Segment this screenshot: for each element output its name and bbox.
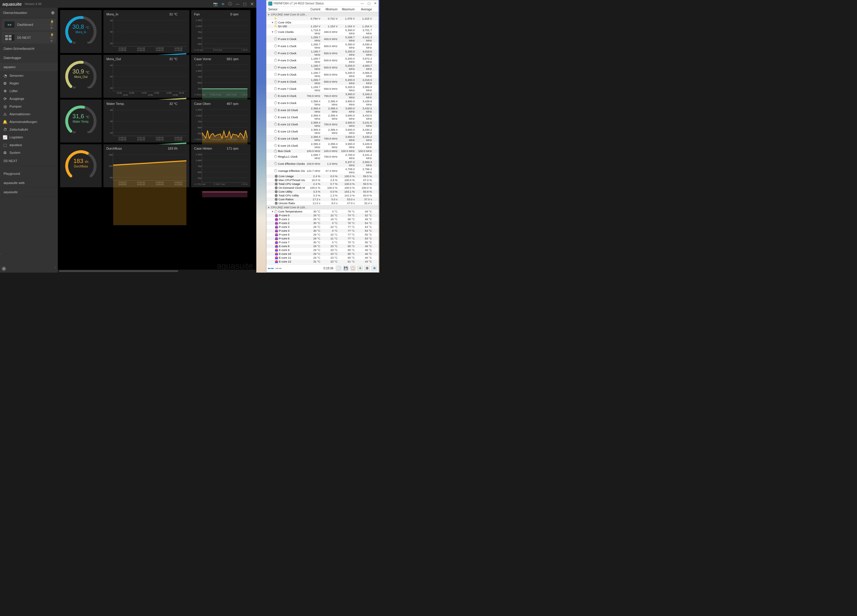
sensor-subgroup[interactable]: ▾Core Temperatures30 °C0 °C79 °C49 °C (266, 209, 378, 214)
sidebar-nav-sensoren[interactable]: ◔Sensoren (0, 72, 58, 79)
sensor-row[interactable]: P-core 730 °C0 °C79 °C55 °C (266, 240, 378, 244)
sidebar-nav-system[interactable]: ⚙System (0, 149, 58, 156)
sensor-row[interactable]: P-core 529 °C22 °C77 °C55 °C (266, 232, 378, 237)
clock-icon[interactable]: 🕐 (336, 265, 342, 271)
sensor-row[interactable]: P-core 1 Clock1,299.7 MHz599.9 MHz5,300.… (266, 42, 378, 50)
sidebar-nav-logdaten[interactable]: 📈Logdaten (0, 133, 58, 141)
sensor-row[interactable]: E-core 10 Clock2,399.4 MHz2,399.4 MHz3,9… (266, 106, 378, 113)
maximize-icon[interactable]: ▢ (367, 2, 370, 5)
titlebar[interactable]: aquasuite Version X.44 📷 ≋ ⓘ — ▢ ✕ (0, 0, 256, 8)
lock-icon[interactable]: 🔒 (50, 33, 54, 36)
gauge-value: 31,6 °C (63, 113, 99, 120)
sensor-subgroup[interactable]: ▾Core Clocks1,718.3 MHz499.9 MHz5,300.0 … (266, 28, 378, 35)
sensor-row[interactable]: SA VID1.154 V1.154 V1.154 V1.154 V (266, 24, 378, 28)
sensor-row[interactable]: P-core 7 Clock1,199.7 MHz599.9 MHz5,200.… (266, 85, 378, 92)
hw-column-header[interactable]: Sensor Current Minimum Maximum Average (266, 7, 378, 12)
horizontal-scrollbar[interactable] (58, 269, 256, 272)
sensor-row[interactable]: Max CPU/Thread Usage16.0 %2.5 %100.0 %67… (266, 178, 378, 182)
sensor-row[interactable]: Core Ratios17.2 x5.0 x53.0 x37.0 x (266, 197, 378, 201)
sensor-row[interactable]: P-core 3 Clock1,199.7 MHz599.9 MHz5,200.… (266, 57, 378, 64)
sidebar-nav-ausgänge[interactable]: ⟳Ausgänge (0, 95, 58, 102)
sensor-row[interactable]: P-core 6 Clock1,299.7 MHz599.9 MHz5,200.… (266, 78, 378, 85)
close-icon[interactable]: ✕ (250, 1, 254, 7)
minimize-icon[interactable]: — (235, 2, 240, 6)
sensor-row[interactable]: E-core 14 Clock2,399.4 MHz799.8 MHz3,900… (266, 135, 378, 142)
sidebar-aquaweb[interactable]: aquasuite web (0, 178, 58, 187)
sidebar-nav-aquabus[interactable]: ⬚aquabus (0, 141, 58, 149)
sensor-row[interactable]: E-core 1129 °C23 °C65 °C46 °C (266, 256, 378, 260)
sidebar-playground[interactable]: Playground (0, 169, 58, 178)
camera-icon[interactable]: 📷 (213, 2, 218, 6)
sidebar-nav-regler[interactable]: ⚙Regler (0, 79, 58, 87)
sensor-row[interactable]: P-core 230 °C0 °C76 °C54 °C (266, 221, 378, 225)
sidebar-nav-zeitschaltuhr[interactable]: ⏱Zeitschaltuhr (0, 125, 58, 133)
nav-back-icon[interactable]: ⬅⬅ (268, 265, 274, 271)
sidebar-datalogger[interactable]: Datenlogger (0, 53, 58, 62)
sensor-row[interactable]: E-core 12 Clock2,399.4 MHz799.8 MHz3,900… (266, 121, 378, 128)
sensor-row[interactable]: E-core 15 Clock2,399.4 MHz2,399.4 MHz3,9… (266, 142, 378, 149)
sidebar-nav-lüfter[interactable]: ✲Lüfter (0, 87, 58, 95)
sensor-row[interactable]: P-core 4 Clock1,199.7 MHz599.9 MHz5,200.… (266, 64, 378, 71)
sensor-row[interactable]: Total CPU Usage2.4 %0.7 %100.0 %59.5 % (266, 182, 378, 186)
sensor-row[interactable]: E-core 829 °C23 °C65 °C46 °C (266, 244, 378, 248)
layers-icon[interactable]: ≋ (221, 2, 224, 6)
sidebar-nav-alarmaktionen[interactable]: ⚠Alarmaktionen (0, 110, 58, 118)
info-icon[interactable]: ⓘ (228, 1, 232, 6)
sensor-row[interactable]: P-core 430 °C0 °C77 °C53 °C (266, 229, 378, 232)
add-icon[interactable]: ✚ (357, 265, 363, 271)
sensor-row[interactable]: Core Effective Clocks109.8 MHz1.3 MHz5,2… (266, 160, 378, 167)
minimize-icon[interactable]: — (360, 2, 364, 5)
settings-icon[interactable]: ⚙ (364, 265, 370, 271)
gear-icon[interactable]: ⚙ (50, 26, 54, 29)
sensor-group[interactable]: CPU [#0]: Intel Core i9-129... (266, 205, 378, 209)
sensor-row[interactable]: Average Effective Clock124.7 MHz47.4 MHz… (266, 167, 378, 174)
sidebar-quickview[interactable]: Daten-Schnellansicht (0, 44, 58, 53)
close-icon[interactable]: ✕ (374, 2, 377, 5)
gear-icon[interactable]: ⚙ (50, 39, 54, 42)
sensor-row[interactable]: 0.794 V0.721 V1.479 V1.215 V (266, 17, 378, 20)
sensor-row[interactable]: Core Usage2.4 %0.0 %100.0 %59.5 % (266, 174, 378, 178)
sensor-row[interactable]: P-core 628 °C21 °C77 °C53 °C (266, 237, 378, 240)
sidebar-item-dashboard[interactable]: ◉◉ Dashboard 🔒🖵⚙ (2, 19, 56, 31)
sensor-row[interactable]: E-core 9 Clock2,399.4 MHz2,399.4 MHz3,90… (266, 99, 378, 106)
sidebar-nav-alarmeinstellungen[interactable]: 🔔Alarmeinstellungen (0, 118, 58, 125)
maximize-icon[interactable]: ▢ (243, 2, 246, 6)
sidebar-aquasuite[interactable]: aquasuite (0, 187, 58, 197)
sensor-row[interactable]: P-core 029 °C22 °C74 °C52 °C (266, 214, 378, 217)
sensor-row[interactable]: P-core 0 Clock1,299.7 MHz499.9 MHz5,298.… (266, 35, 378, 42)
sensor-row[interactable]: Total CPU Utility3.3 %1.3 %141.3 %83.8 % (266, 193, 378, 197)
monitor-icon[interactable]: 🖵 (50, 23, 54, 26)
save-icon[interactable]: 💾 (343, 265, 349, 271)
sensor-row[interactable]: E-core 929 °C23 °C65 °C46 °C (266, 248, 378, 252)
sensor-row[interactable]: E-core 13 Clock2,399.4 MHz2,399.4 MHz3,9… (266, 128, 378, 135)
sidebar-nav-pumpen[interactable]: ◎Pumpen (0, 102, 58, 110)
sensor-row[interactable]: P-core 5 Clock1,199.7 MHz599.9 MHz5,200.… (266, 71, 378, 78)
sensor-row[interactable]: P-core 329 °C22 °C77 °C54 °C (266, 225, 378, 229)
sensor-row[interactable]: E-core 11 Clock2,399.4 MHz2,399.4 MHz3,9… (266, 113, 378, 121)
sidebar-d5next-device[interactable]: D5 NEXT (0, 156, 58, 166)
close-icon[interactable]: ✖ (371, 265, 377, 271)
sidebar-item-d5next[interactable]: D5 NEXT 🔒🖵⚙ (2, 32, 56, 43)
hw-titlebar[interactable]: HWiNFO64 v7.14-4610 Sensor Status — ▢ ✕ (266, 0, 378, 7)
sensor-row[interactable]: E-core 1029 °C23 °C65 °C46 °C (266, 252, 378, 256)
monitor-icon[interactable]: 🖵 (50, 36, 54, 39)
sidebar-aquaero[interactable]: aquaero (0, 62, 58, 72)
nav-fwd-icon[interactable]: ➡➡ (275, 265, 282, 271)
sensor-row[interactable]: Core Utility3.3 %0.0 %163.1 %83.8 % (266, 190, 378, 193)
lock-icon[interactable]: 🔒 (50, 20, 54, 23)
sensor-row[interactable]: E-core 1231 °C22 °C61 °C44 °C (266, 260, 378, 263)
sensor-subgroup[interactable]: ▾Core VIDs (266, 20, 378, 24)
sensor-row[interactable]: E-core 8 Clock799.8 MHz799.8 MHz3,900.0 … (266, 92, 378, 99)
add-icon[interactable]: ⊕ (51, 10, 55, 15)
sensor-row[interactable]: Bus Clock100.0 MHz100.0 MHz100.0 MHz100.… (266, 149, 378, 153)
sensor-row[interactable]: Ring/LLC Clock1,099.7 MHz799.8 MHz4,700.… (266, 153, 378, 160)
log-icon[interactable]: 📋 (350, 265, 356, 271)
sensor-row[interactable]: P-core 2 Clock1,199.7 MHz599.9 MHz5,200.… (266, 50, 378, 57)
sensor-row[interactable]: On-Demand Clock Modulation100.0 %100.0 %… (266, 186, 378, 190)
overview-header[interactable]: Übersichtsseiten ⊕ (0, 8, 58, 18)
expand-handle-icon[interactable]: ⟩ (54, 266, 56, 269)
sensor-row[interactable]: Uncore Ratio11.0 x8.0 x47.0 x32.4 x (266, 201, 378, 205)
sensor-group[interactable]: CPU [#0]: Intel Core i9-129... (266, 12, 378, 17)
hw-sensor-list[interactable]: CPU [#0]: Intel Core i9-129...0.794 V0.7… (266, 12, 378, 264)
sensor-row[interactable]: P-core 128 °C19 °C68 °C48 °C (266, 217, 378, 221)
